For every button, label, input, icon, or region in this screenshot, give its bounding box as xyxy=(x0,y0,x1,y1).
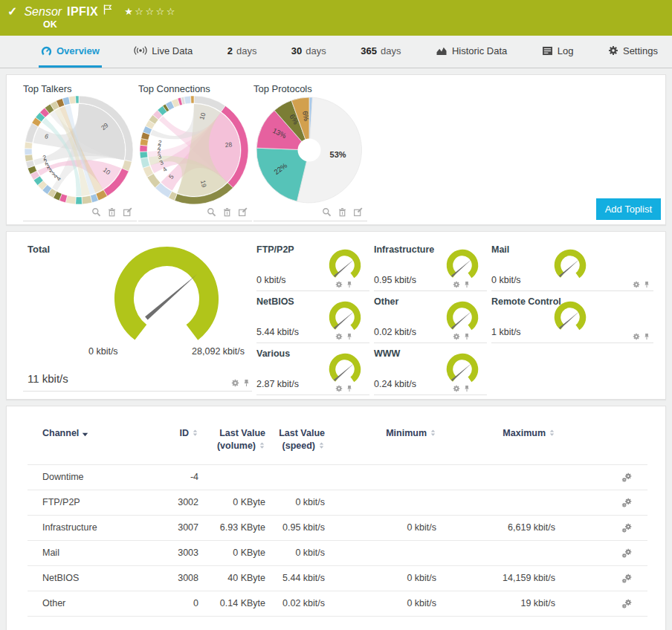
table-row-netbios[interactable]: NetBIOS 3008 40 KByte 5.44 kbit/s 0 kbit… xyxy=(28,565,647,591)
gauge-cell-total: Total 0 kbit/s 28,092 kbit/s 11 kbit/s xyxy=(23,239,252,392)
delete-icon[interactable] xyxy=(222,207,232,217)
total-gauge: 0 kbit/s 28,092 kbit/s xyxy=(88,241,245,357)
pin-icon[interactable] xyxy=(643,333,650,340)
gauge-cell-mail: Mail 0 kbit/s xyxy=(491,239,653,291)
table-row-mail[interactable]: Mail 3003 0 KByte 0 kbit/s xyxy=(28,540,647,565)
gauge-settings-icon[interactable] xyxy=(335,333,343,340)
inspect-icon[interactable] xyxy=(91,207,101,217)
sort-icon[interactable] xyxy=(318,441,325,449)
cell-minimum xyxy=(325,490,436,515)
sort-desc-icon[interactable] xyxy=(82,432,88,437)
cell-last-value-volume: 6.93 KByte xyxy=(198,515,265,540)
cell-maximum xyxy=(436,540,555,565)
cell-last-value-volume: 0 KByte xyxy=(198,490,265,515)
edit-icon[interactable] xyxy=(353,207,363,217)
tab-30-days[interactable]: 30days xyxy=(289,36,329,68)
pin-icon[interactable] xyxy=(346,385,353,392)
column-header-maximum[interactable]: Maximum xyxy=(436,418,555,464)
cell-maximum: 14,159 kbit/s xyxy=(436,565,555,591)
toplist-toolbar xyxy=(23,206,137,218)
inspect-icon[interactable] xyxy=(322,207,332,217)
cell-last-value-speed: 5.44 kbit/s xyxy=(265,565,325,591)
gauge-dial xyxy=(96,241,237,352)
pin-icon[interactable] xyxy=(643,281,650,288)
toplists-panel: Top Talkers 291044333226 Top Connections… xyxy=(6,74,666,225)
sort-icon[interactable] xyxy=(430,429,436,437)
top-protocols-chart[interactable]: 53%22%13%6%6% xyxy=(253,94,365,206)
svg-text:28: 28 xyxy=(224,140,233,149)
column-header-minimum[interactable]: Minimum xyxy=(325,418,436,464)
settings-gear-icon xyxy=(608,45,618,56)
cell-channel: Infrastructure xyxy=(28,515,150,540)
channel-settings-icon[interactable] xyxy=(621,598,633,609)
sensor-header: ✓ Sensor IPFIX ★☆☆☆☆ OK xyxy=(0,0,672,36)
cell-last-value-speed: 0.95 kbit/s xyxy=(265,515,325,540)
pin-icon[interactable] xyxy=(346,281,353,288)
edit-icon[interactable] xyxy=(123,207,132,217)
table-row-other[interactable]: Other 0 0.14 KByte 0.02 kbit/s 0 kbit/s … xyxy=(28,591,647,616)
column-header-actions[interactable] xyxy=(555,418,647,464)
tab-number: 365 xyxy=(361,45,377,56)
table-row-infrastructure[interactable]: Infrastructure 3007 6.93 KByte 0.95 kbit… xyxy=(28,515,647,540)
tab-historic-data[interactable]: Historic Data xyxy=(433,36,509,68)
gauge-settings-icon[interactable] xyxy=(633,281,640,288)
channel-settings-icon[interactable] xyxy=(621,522,633,533)
cell-last-value-speed: 0.02 kbit/s xyxy=(265,591,325,616)
gauge-settings-icon[interactable] xyxy=(633,333,640,340)
flag-icon[interactable] xyxy=(103,4,112,15)
channel-settings-icon[interactable] xyxy=(621,573,633,584)
top-talkers-block: Top Talkers 291044333226 xyxy=(23,83,137,221)
gauge-settings-icon[interactable] xyxy=(453,281,460,288)
svg-text:2: 2 xyxy=(158,139,162,147)
channel-settings-icon[interactable] xyxy=(621,497,633,508)
edit-icon[interactable] xyxy=(238,207,248,217)
table-row-ftp-p2p[interactable]: FTP/P2P 3002 0 KByte 0 kbit/s xyxy=(28,490,647,515)
column-header-last-value-volume-[interactable]: Last Value(volume) xyxy=(198,418,265,464)
tab-overview[interactable]: Overview xyxy=(39,36,102,68)
channel-settings-icon[interactable] xyxy=(621,548,633,559)
channel-value: 1 kbit/s xyxy=(491,327,521,337)
table-row-downtime[interactable]: Downtime -4 xyxy=(28,464,647,490)
add-toplist-button[interactable]: Add Toplist xyxy=(596,198,661,220)
sensor-name: IPFIX xyxy=(67,5,98,19)
cell-id: 3002 xyxy=(150,490,198,515)
pin-icon[interactable] xyxy=(242,379,251,387)
gauge-settings-icon[interactable] xyxy=(453,385,460,392)
tab-live-data[interactable]: Live Data xyxy=(132,36,195,68)
gauge-settings-icon[interactable] xyxy=(335,385,343,392)
cell-channel: Downtime xyxy=(28,464,150,490)
column-header-channel[interactable]: Channel xyxy=(28,418,150,464)
toplist-title: Top Protocols xyxy=(253,83,367,94)
cell-channel: NetBIOS xyxy=(28,565,150,591)
gauge-settings-icon[interactable] xyxy=(231,379,239,387)
sort-icon[interactable] xyxy=(192,429,198,437)
tab-settings[interactable]: Settings xyxy=(606,36,660,68)
pin-icon[interactable] xyxy=(463,281,471,288)
gauge-settings-icon[interactable] xyxy=(453,333,460,340)
channel-table-panel: Channel ID Last Value(volume) Last Value… xyxy=(6,406,666,630)
sort-icon[interactable] xyxy=(549,429,555,437)
delete-icon[interactable] xyxy=(337,207,347,217)
gauge-max-label: 28,092 kbit/s xyxy=(192,346,245,357)
tab-2-days[interactable]: 2days xyxy=(225,36,259,68)
pin-icon[interactable] xyxy=(463,385,471,392)
cell-last-value-speed: 0 kbit/s xyxy=(265,540,325,565)
column-header-last-value-speed-[interactable]: Last Value(speed) xyxy=(265,418,325,464)
gauge-dial xyxy=(324,350,366,387)
inspect-icon[interactable] xyxy=(207,207,216,217)
pin-icon[interactable] xyxy=(346,333,353,340)
sort-icon[interactable] xyxy=(259,441,265,449)
delete-icon[interactable] xyxy=(107,207,117,217)
toplist-title: Top Talkers xyxy=(23,83,137,94)
gauge-cell-netbios: NetBIOS 5.44 kbit/s xyxy=(256,291,369,343)
priority-stars[interactable]: ★☆☆☆☆ xyxy=(124,6,177,17)
tab-365-days[interactable]: 365days xyxy=(358,36,403,68)
top-talkers-chart[interactable]: 291044333226 xyxy=(23,94,135,206)
column-header-id[interactable]: ID xyxy=(150,418,198,464)
channel-settings-icon[interactable] xyxy=(621,472,633,483)
gauge-settings-icon[interactable] xyxy=(335,281,343,288)
tab-log[interactable]: Log xyxy=(540,36,576,68)
top-connections-chart[interactable]: 1028195433222 xyxy=(138,94,250,206)
pin-icon[interactable] xyxy=(463,333,471,340)
channel-value: 0.95 kbit/s xyxy=(374,275,416,285)
